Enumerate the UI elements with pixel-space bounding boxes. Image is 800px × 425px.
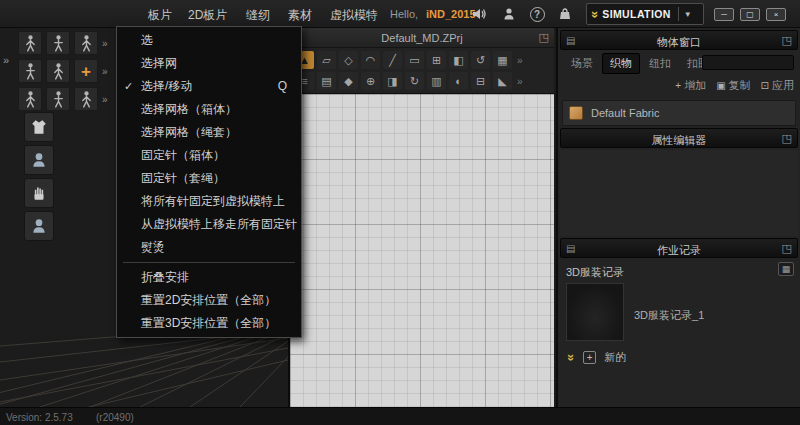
toolbar-overflow-icon[interactable]: » — [517, 76, 523, 87]
property-editor-header[interactable]: 属性编辑器 ◳ — [560, 128, 798, 148]
edit-curve-tool-icon[interactable]: ◠ — [361, 51, 380, 69]
username[interactable]: iND_2015 — [426, 8, 476, 20]
menu-item-reset-3d-arrangement[interactable]: 重置3D安排位置（全部） — [117, 312, 301, 335]
new-record-label[interactable]: 新的 — [604, 350, 626, 365]
show-garment-button[interactable] — [24, 112, 54, 142]
avatar-tape-tool-icon[interactable] — [18, 59, 42, 83]
simulation-dropdown-icon[interactable]: ▼ — [684, 10, 692, 19]
menu-item-iron[interactable]: 熨烫 — [117, 236, 301, 259]
greeting-text: Hello, — [390, 8, 418, 20]
pattern-grid-tool-icon[interactable]: ▦ — [493, 51, 512, 69]
dart-tool-icon[interactable]: ◧ — [449, 51, 468, 69]
pattern-canvas-2d[interactable] — [290, 94, 554, 407]
menu-item-label: 固定针（套绳） — [141, 171, 225, 185]
edit-point-tool-icon[interactable]: ◇ — [339, 51, 358, 69]
close-button[interactable]: × — [766, 8, 786, 21]
tab-scene[interactable]: 场景 — [564, 54, 600, 73]
history-view-button[interactable]: ▦ — [778, 262, 794, 276]
history-header[interactable]: ▤ 作业记录 ◳ — [560, 238, 798, 258]
rectangle-tool-icon[interactable]: ⊞ — [427, 51, 446, 69]
marvelous-designer-window: » Default_MD.ZPrj ◳ ▲ ▱ ◇ ◠ ╱ ▭ ⊞ ◧ ↺ ▦ … — [0, 0, 800, 425]
object-window-header[interactable]: ▤ 物体窗口 ◳ — [560, 30, 798, 50]
add-fabric-button[interactable]: + 增加 — [675, 78, 706, 93]
user-icon[interactable] — [500, 5, 518, 23]
menu-item-reset-2d-arrangement[interactable]: 重置2D安排位置（全部） — [117, 289, 301, 312]
menu-item-select-mesh-box[interactable]: 选择网格（箱体） — [117, 98, 301, 121]
menu-item-label: 将所有针固定到虚拟模特上 — [141, 194, 285, 208]
internal-shape-tool-icon[interactable]: ⊕ — [361, 72, 380, 90]
toolbar-row-3: + » — [18, 59, 108, 83]
add-point-tool-icon[interactable]: ╱ — [383, 51, 402, 69]
grade-tool-icon[interactable]: ◐ — [449, 72, 468, 90]
toolbar-overflow-icon[interactable]: » — [102, 38, 108, 49]
add-fabric-label: 增加 — [684, 78, 706, 93]
garment-record-name: 3D服装记录_1 — [634, 308, 704, 323]
menu-item-remove-all-pins[interactable]: 从虚拟模特上移走所有固定针 — [117, 213, 301, 236]
pin-tool-icon[interactable] — [46, 31, 70, 55]
menu-avatar[interactable]: 虚拟模特 — [330, 7, 378, 24]
menu-item-fold-arrangement[interactable]: 折叠安排 — [117, 266, 301, 289]
pattern-window-titlebar[interactable]: » Default_MD.ZPrj ◳ — [290, 28, 554, 48]
menu-material[interactable]: 素材 — [288, 7, 312, 24]
simulation-button[interactable]: » SIMULATION ▼ — [586, 3, 704, 25]
free-sew-tool-icon[interactable]: ▤ — [317, 72, 336, 90]
add-record-icon[interactable]: + — [583, 351, 596, 364]
tab-fabric[interactable]: 织物 — [602, 53, 640, 74]
menu-2d-pattern[interactable]: 2D板片 — [188, 7, 227, 24]
collapse-chevron-icon[interactable]: » — [564, 354, 579, 361]
garment-record-thumbnail[interactable] — [566, 283, 624, 341]
menu-item-pin-box[interactable]: 固定针（箱体） — [117, 144, 301, 167]
tab-button[interactable]: 纽扣 — [642, 54, 678, 73]
menu-item-select[interactable]: 选 — [117, 29, 301, 52]
fit-tool-icon[interactable] — [74, 87, 98, 111]
walk-tool-icon[interactable] — [18, 87, 42, 111]
apply-fabric-button[interactable]: ⊡ 应用 — [761, 78, 794, 93]
show-accessory-button[interactable] — [24, 178, 54, 208]
trace-tool-icon[interactable]: ↺ — [471, 51, 490, 69]
arrange-tool-icon[interactable] — [74, 31, 98, 55]
move-tool-icon[interactable]: + — [74, 59, 98, 83]
simulation-label: SIMULATION — [602, 8, 671, 20]
notch-tool-icon[interactable]: ◨ — [383, 72, 402, 90]
iron-tool-icon[interactable]: ↻ — [405, 72, 424, 90]
maximize-button[interactable]: ▢ — [740, 8, 760, 21]
measure-tool-icon[interactable]: ⊟ — [471, 72, 490, 90]
toolbar-overflow-icon[interactable]: » — [517, 55, 523, 66]
fabric-list-item[interactable]: Default Fabric — [562, 100, 796, 126]
menu-item-select-mesh[interactable]: 选择网 — [117, 52, 301, 75]
menu-item-label: 从虚拟模特上移走所有固定针 — [141, 217, 297, 231]
toolbar-overflow-icon[interactable]: » — [102, 94, 108, 105]
annotate-tool-icon[interactable]: ◣ — [493, 72, 512, 90]
texture-tool-icon[interactable]: ▥ — [427, 72, 446, 90]
minimize-button[interactable]: ─ — [714, 8, 734, 21]
menu-item-select-mesh-lasso[interactable]: 选择网格（绳套） — [117, 121, 301, 144]
panel-expand-icon[interactable]: » — [3, 54, 9, 66]
speaker-icon[interactable] — [470, 5, 488, 23]
measure-tool-icon[interactable] — [46, 59, 70, 83]
show-avatar-button[interactable] — [24, 145, 54, 175]
menu-item-select-move[interactable]: ✓ 选择/移动 Q — [117, 75, 301, 98]
edit-sew-tool-icon[interactable]: ◆ — [339, 72, 358, 90]
menu-shortcut: Q — [278, 75, 287, 98]
copy-fabric-label: 复制 — [729, 78, 751, 93]
store-icon[interactable] — [556, 5, 574, 23]
help-icon[interactable]: ? — [528, 5, 546, 23]
menu-sewing[interactable]: 缝纫 — [246, 7, 270, 24]
menu-item-pin-all-to-avatar[interactable]: 将所有针固定到虚拟模特上 — [117, 190, 301, 213]
popout-icon[interactable]: ◳ — [539, 31, 549, 44]
toolbar-overflow-icon[interactable]: » — [102, 66, 108, 77]
polygon-tool-icon[interactable]: ▭ — [405, 51, 424, 69]
selection-tools-menu: 选 选择网 ✓ 选择/移动 Q 选择网格（箱体） 选择网格（绳套） 固定针（箱体… — [116, 26, 302, 338]
pose-tool-icon[interactable] — [46, 87, 70, 111]
popout-icon[interactable]: ◳ — [782, 132, 792, 145]
edit-pattern-tool-icon[interactable]: ▱ — [317, 51, 336, 69]
show-mannequin-button[interactable] — [24, 211, 54, 241]
popout-icon[interactable]: ◳ — [782, 34, 792, 47]
copy-fabric-button[interactable]: ▣ 复制 — [716, 78, 750, 93]
property-editor-body — [560, 150, 798, 236]
menu-pattern[interactable]: 板片 — [148, 7, 172, 24]
select-tool-icon[interactable] — [18, 31, 42, 55]
popout-icon[interactable]: ◳ — [782, 242, 792, 255]
object-filter-input[interactable] — [702, 55, 794, 70]
menu-item-pin-lasso[interactable]: 固定针（套绳） — [117, 167, 301, 190]
